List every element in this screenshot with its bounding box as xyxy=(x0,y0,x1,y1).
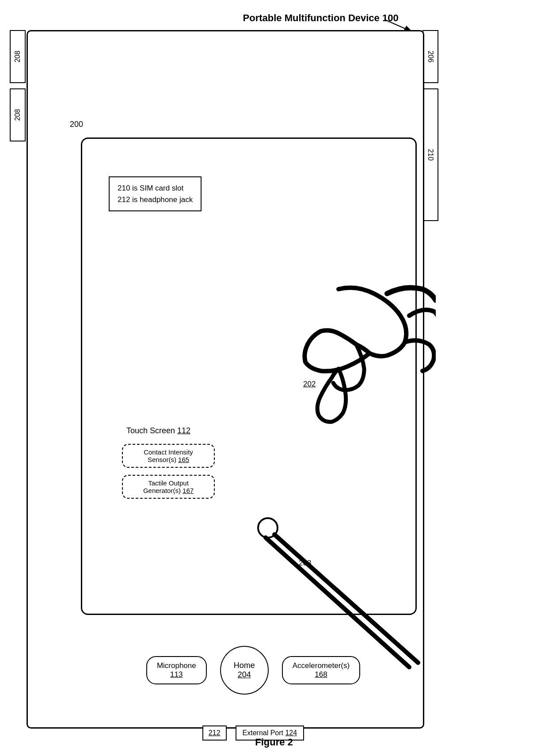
svg-line-0 xyxy=(384,19,407,29)
home-button[interactable]: Home204 xyxy=(220,646,269,695)
annotation-box: 210 is SIM card slot 212 is headphone ja… xyxy=(109,176,202,211)
page-container: Portable Multifunction Device 100 208 20… xyxy=(0,0,548,756)
tactile-output-box: Tactile OutputGenerator(s) 167 xyxy=(122,475,215,499)
annotation-line2: 212 is headphone jack xyxy=(118,195,193,204)
side-label-206-text: 206 xyxy=(426,51,434,63)
side-label-208-bottom-text: 208 xyxy=(14,109,22,121)
device-number: 200 xyxy=(70,120,83,129)
touchscreen-area: 210 is SIM card slot 212 is headphone ja… xyxy=(81,137,417,615)
contact-intensity-box: Contact IntensitySensor(s) 165 xyxy=(122,444,215,468)
side-label-206: 206 xyxy=(422,30,438,83)
side-label-208-top-text: 208 xyxy=(14,51,22,63)
side-label-208-bottom: 208 xyxy=(10,88,26,141)
label-203: 203 xyxy=(299,559,311,568)
label-202: 202 xyxy=(303,380,316,389)
page-title: Portable Multifunction Device 100 xyxy=(243,12,399,24)
svg-line-3 xyxy=(274,535,418,663)
side-label-210: 210 xyxy=(422,88,438,221)
side-label-210-text: 210 xyxy=(426,149,434,161)
hand-gesture xyxy=(250,280,436,431)
device-outer: 200 210 is SIM card slot 212 is headphon… xyxy=(27,30,424,729)
accelerometer-label: Accelerometer(s)168 xyxy=(282,656,360,684)
figure-caption: Figure 2 xyxy=(255,737,293,748)
microphone-label: Microphone113 xyxy=(146,656,207,684)
annotation-line1: 210 is SIM card slot xyxy=(118,184,183,192)
touchscreen-label: Touch Screen 112 xyxy=(126,426,190,435)
side-label-208-top: 208 xyxy=(10,30,26,83)
external-port-row: 212 External Port 124 xyxy=(54,725,452,741)
bottom-sensors: Microphone113 Home204 Accelerometer(s)16… xyxy=(54,646,452,695)
title-area: Portable Multifunction Device 100 xyxy=(243,12,399,24)
label-212: 212 xyxy=(202,725,227,741)
